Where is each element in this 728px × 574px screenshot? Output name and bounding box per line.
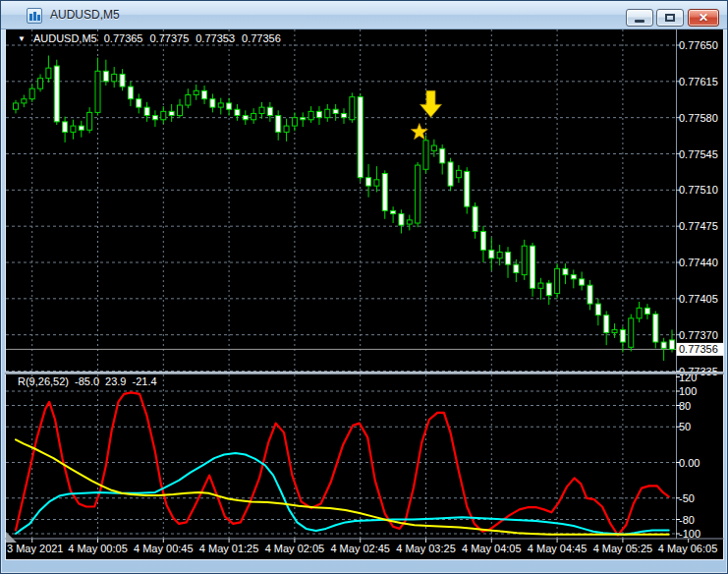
mt4-chart-window: AUDUSD,M5 ✕ 0.776500.776150.775800.77545… (0, 0, 728, 574)
close-icon: ✕ (689, 11, 718, 25)
time-axis-label: 4 May 02:45 (330, 543, 390, 554)
indicator-axis-label: -50 (679, 492, 695, 504)
time-axis-label: 3 May 2021 (7, 543, 63, 554)
indicator-value-3: -21.4 (132, 375, 156, 387)
indicator-axis-label: 100 (679, 385, 697, 397)
indicator-axis-label: -100 (679, 528, 700, 540)
time-axis-label: 4 May 01:25 (199, 543, 259, 554)
window-titlebar[interactable]: AUDUSD,M5 ✕ (1, 1, 727, 29)
price-axis-label: 0.77510 (679, 184, 718, 196)
axes (5, 29, 724, 543)
price-axis-label: 0.77650 (679, 39, 718, 51)
down-arrow-marker[interactable] (420, 90, 442, 117)
price-axis-label: 0.77440 (679, 257, 718, 268)
oscillator-line-red (16, 392, 669, 535)
time-axis-label: 4 May 00:45 (134, 543, 194, 554)
minimize-button[interactable] (626, 9, 653, 27)
symbol-period-label: AUDUSD,M5 (33, 32, 97, 44)
price-axis-label: 0.77580 (679, 112, 718, 124)
bid-price-tag: 0.77356 (677, 343, 724, 356)
high-value: 0.77375 (149, 32, 189, 44)
price-axis-label: 0.77545 (679, 148, 718, 160)
indicator-label: R(9,26,52)-85.023.9-21.4 (18, 375, 163, 387)
oscillator-lines (16, 392, 669, 535)
price-axis-label: 0.77615 (679, 76, 718, 87)
time-axis-label: 4 May 04:05 (462, 543, 522, 554)
chart-icon (27, 8, 42, 24)
oscillator-line-yellow (16, 439, 669, 534)
time-axis-label: 4 May 00:05 (68, 543, 128, 554)
chart-ohlc-header: ▼AUDUSD,M50.773650.773750.773530.77356 (18, 32, 288, 44)
price-axis-label: 0.77475 (679, 220, 718, 232)
svg-text:0.77356: 0.77356 (679, 343, 718, 355)
time-axis-label: 4 May 06:05 (658, 543, 718, 554)
restore-icon (665, 14, 675, 22)
star-marker[interactable] (411, 123, 427, 139)
chart-canvas[interactable]: 0.776500.776150.775800.775450.775100.774… (5, 29, 724, 560)
open-value: 0.77365 (104, 32, 143, 44)
close-value: 0.77356 (242, 32, 281, 44)
time-axis-label: 4 May 03:25 (396, 543, 456, 554)
low-value: 0.77353 (196, 32, 235, 44)
chevron-down-icon[interactable]: ▼ (18, 34, 26, 43)
indicator-axis-label: 80 (679, 400, 691, 412)
candlesticks (14, 56, 675, 361)
oscillator-line-cyan (16, 453, 669, 535)
panel-splitter[interactable] (5, 372, 724, 374)
close-button[interactable]: ✕ (688, 9, 719, 27)
restore-button[interactable] (656, 9, 684, 27)
indicator-name: R(9,26,52) (18, 375, 69, 387)
indicator-value-1: -85.0 (75, 375, 99, 387)
indicator-axis-label: 0.00 (679, 457, 700, 469)
price-axis-label: 0.77405 (679, 293, 718, 305)
minimize-icon (635, 20, 644, 23)
price-axis-label: 0.77370 (679, 329, 718, 341)
indicator-axis-label: -80 (679, 514, 695, 526)
time-axis-label: 4 May 04:45 (528, 543, 588, 554)
time-axis-label: 4 May 02:05 (265, 543, 325, 554)
time-axis-label: 4 May 05:25 (593, 543, 653, 554)
indicator-axis-label: 50 (679, 421, 691, 432)
indicator-value-2: 23.9 (105, 375, 126, 387)
window-title: AUDUSD,M5 (50, 8, 120, 22)
